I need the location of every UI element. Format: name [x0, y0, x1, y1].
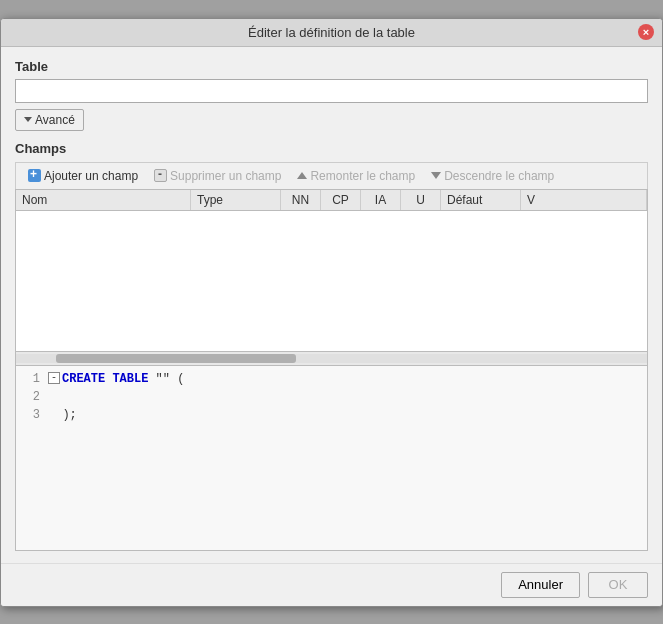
move-up-label: Remonter le champ [310, 169, 415, 183]
move-down-label: Descendre le champ [444, 169, 554, 183]
add-icon [28, 169, 41, 182]
sql-content-3: ); [48, 406, 77, 424]
dialog: Éditer la définition de la table × Table… [0, 18, 663, 607]
col-header-nom: Nom [16, 190, 191, 210]
col-header-cp: CP [321, 190, 361, 210]
sql-content-2 [48, 388, 62, 406]
sql-content-1: -CREATE TABLE "" ( [48, 370, 184, 388]
sql-line-1: 1 -CREATE TABLE "" ( [20, 370, 643, 388]
scrollbar-track [16, 354, 647, 363]
sql-line-3: 3 ); [20, 406, 643, 424]
arrow-down-icon [431, 172, 441, 179]
delete-field-button[interactable]: Supprimer un champ [146, 165, 289, 187]
line-number-2: 2 [20, 388, 48, 406]
chevron-down-icon [24, 117, 32, 122]
delete-field-label: Supprimer un champ [170, 169, 281, 183]
col-header-v: V [521, 190, 647, 210]
table-name-input[interactable] [15, 79, 648, 103]
fields-table: Nom Type NN CP IA U Défaut V [15, 189, 648, 366]
add-field-label: Ajouter un champ [44, 169, 138, 183]
delete-icon [154, 169, 167, 182]
arrow-up-icon [297, 172, 307, 179]
champs-section: Champs Ajouter un champ Supprimer un cha… [15, 141, 648, 551]
champs-label: Champs [15, 141, 648, 156]
fields-table-body [16, 211, 647, 351]
dialog-title: Éditer la définition de la table [248, 25, 415, 40]
col-header-default: Défaut [441, 190, 521, 210]
fields-toolbar: Ajouter un champ Supprimer un champ Remo… [15, 162, 648, 189]
line-number-1: 1 [20, 370, 48, 388]
sql-preview: 1 -CREATE TABLE "" ( 2 3 ); [15, 366, 648, 551]
col-header-u: U [401, 190, 441, 210]
cancel-button[interactable]: Annuler [501, 572, 580, 598]
dialog-body: Table Avancé Champs Ajouter un champ Sup… [1, 47, 662, 563]
move-down-button[interactable]: Descendre le champ [423, 165, 562, 187]
advanced-button[interactable]: Avancé [15, 109, 84, 131]
dialog-footer: Annuler OK [1, 563, 662, 606]
advanced-label: Avancé [35, 113, 75, 127]
collapse-icon[interactable]: - [48, 372, 60, 384]
close-button[interactable]: × [638, 24, 654, 40]
ok-button[interactable]: OK [588, 572, 648, 598]
scrollbar-thumb [56, 354, 296, 363]
line-number-3: 3 [20, 406, 48, 424]
column-headers: Nom Type NN CP IA U Défaut V [16, 190, 647, 211]
table-input-row [15, 79, 648, 103]
table-section-label: Table [15, 59, 648, 74]
sql-line-2: 2 [20, 388, 643, 406]
add-field-button[interactable]: Ajouter un champ [20, 165, 146, 187]
col-header-ia: IA [361, 190, 401, 210]
move-up-button[interactable]: Remonter le champ [289, 165, 423, 187]
horizontal-scrollbar[interactable] [16, 351, 647, 365]
title-bar: Éditer la définition de la table × [1, 19, 662, 47]
col-header-type: Type [191, 190, 281, 210]
col-header-nn: NN [281, 190, 321, 210]
